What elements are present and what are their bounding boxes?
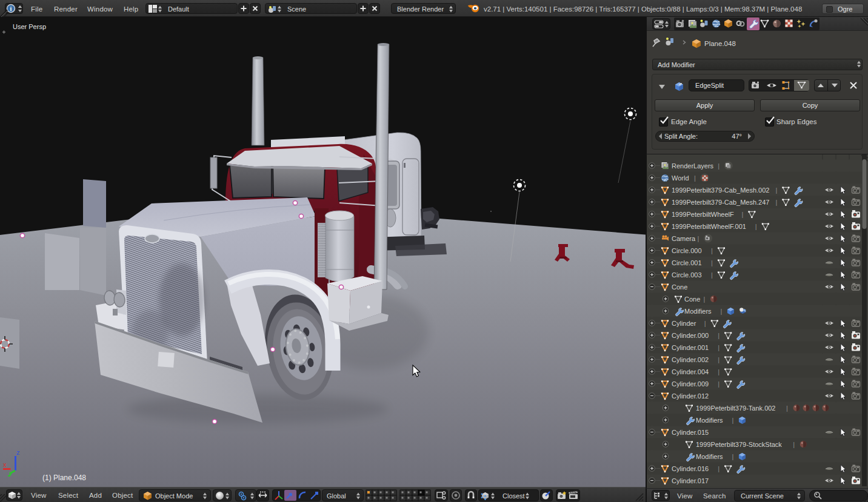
svg-text:|: | (698, 235, 699, 242)
svg-text:|: | (704, 320, 706, 327)
svg-text:|: | (718, 344, 719, 351)
svg-text:y: y (10, 470, 13, 476)
svg-text:1999PeterbiltWheelF.001: 1999PeterbiltWheelF.001 (672, 223, 746, 230)
svg-text:1999Peterbilt379-Cab_Mesh.247: 1999Peterbilt379-Cab_Mesh.247 (672, 199, 769, 206)
svg-text:Cone: Cone (672, 283, 687, 291)
svg-text:Cylinder.001: Cylinder.001 (672, 344, 709, 351)
svg-text:Cylinder.009: Cylinder.009 (672, 380, 709, 388)
svg-text:World: World (672, 174, 689, 182)
svg-text:User Persp: User Persp (13, 23, 46, 30)
svg-text:Modifiers: Modifiers (684, 308, 712, 315)
svg-text:|: | (741, 211, 743, 218)
svg-text:|: | (755, 223, 757, 230)
svg-text:Cylinder: Cylinder (672, 320, 696, 327)
svg-text:Cylinder.017: Cylinder.017 (672, 477, 709, 484)
svg-text:|: | (718, 356, 719, 363)
svg-text:|: | (694, 174, 696, 182)
svg-text:|: | (711, 247, 713, 254)
svg-text:Cylinder.004: Cylinder.004 (672, 368, 709, 375)
svg-text:|: | (732, 417, 733, 424)
svg-text:|: | (718, 162, 719, 170)
svg-text:|: | (711, 259, 713, 266)
svg-text:|: | (703, 296, 705, 303)
svg-text:Modifiers: Modifiers (696, 453, 723, 460)
svg-text:|: | (786, 405, 788, 412)
svg-text:|: | (718, 368, 719, 375)
svg-text:(1) Plane.048: (1) Plane.048 (42, 474, 86, 482)
svg-text:|: | (775, 199, 777, 206)
svg-text:Cone: Cone (684, 296, 700, 303)
svg-text:1999Peterbilt379-Tank.002: 1999Peterbilt379-Tank.002 (696, 405, 775, 412)
svg-text:|: | (711, 271, 713, 279)
svg-text:1999Peterbilt379-Cab_Mesh.002: 1999Peterbilt379-Cab_Mesh.002 (672, 187, 769, 194)
svg-text:|: | (775, 187, 777, 194)
svg-text:RenderLayers: RenderLayers (672, 162, 714, 170)
svg-text:Cylinder.002: Cylinder.002 (672, 356, 709, 363)
svg-text:Cylinder.016: Cylinder.016 (672, 465, 709, 472)
svg-text:Cylinder.015: Cylinder.015 (672, 429, 709, 436)
svg-text:|: | (732, 453, 733, 460)
svg-text:Cylinder.000: Cylinder.000 (672, 332, 709, 339)
svg-text:1999Peterbilt379-StockStack: 1999Peterbilt379-StockStack (696, 441, 782, 448)
svg-text:Camera: Camera (672, 235, 696, 242)
svg-text:|: | (718, 465, 719, 472)
svg-text:|: | (793, 441, 795, 448)
svg-text:Circle.003: Circle.003 (672, 271, 702, 279)
svg-text:Cylinder.012: Cylinder.012 (672, 392, 709, 400)
svg-text:1999PeterbiltWheelF: 1999PeterbiltWheelF (672, 211, 734, 218)
svg-text:|: | (718, 380, 719, 388)
svg-text:|: | (718, 332, 719, 339)
svg-text:Circle.000: Circle.000 (672, 247, 702, 254)
svg-text:i: i (10, 5, 12, 12)
svg-text:Circle.001: Circle.001 (672, 259, 702, 266)
svg-text:x: x (3, 461, 7, 468)
svg-text:|: | (720, 308, 722, 315)
svg-text:z: z (16, 449, 20, 456)
svg-text:Modifiers: Modifiers (696, 417, 723, 424)
